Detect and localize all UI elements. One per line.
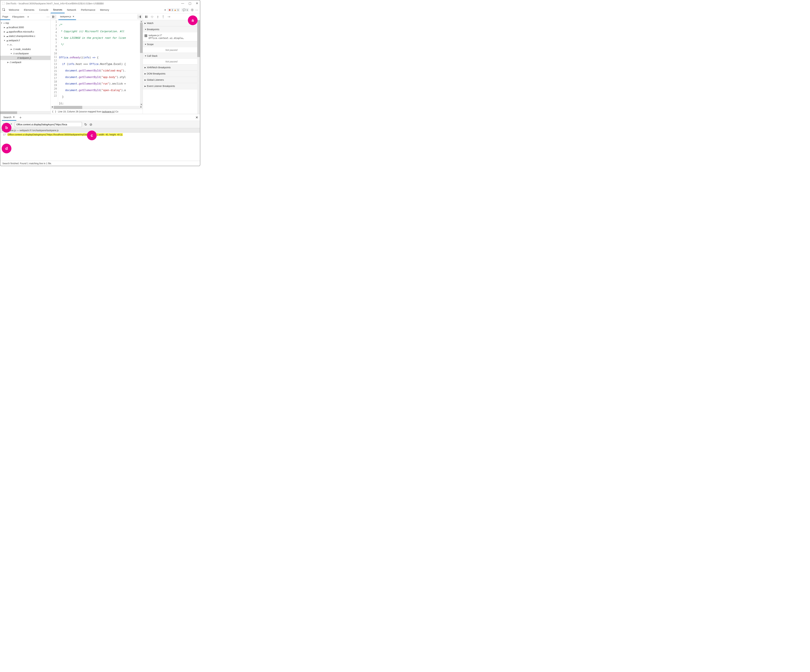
info-badge[interactable]: 💬1 [181,8,189,12]
section-call-stack[interactable]: ▼Call Stack [143,53,200,59]
tree-webpack-folder[interactable]: ▶🗀webpack [0,60,51,64]
scrollbar-thumb[interactable] [140,23,143,53]
section-dom-breakpoints[interactable]: ▶DOM Breakpoints [143,71,200,77]
source-file-name: taskpane.js [60,15,71,18]
scroll-down-icon[interactable]: ▼ [140,103,143,106]
error-count: 1 [172,8,173,11]
warning-icon: ▲ [174,8,176,11]
editor-vscroll[interactable]: ▲ ▼ [140,20,143,106]
scrollbar-thumb[interactable] [54,106,82,109]
pretty-print-icon[interactable]: { } [52,110,56,113]
svg-rect-6 [145,15,146,18]
callout-c: c [87,131,97,140]
show-debugger-icon[interactable] [137,15,142,19]
breakpoint-location: taskpane.js:17 [148,34,184,37]
info-icon: 💬 [183,8,186,11]
svg-rect-7 [147,15,147,18]
tree-webpack[interactable]: ▼☁webpack:// [0,38,51,43]
search-toolbar: Aa .* ↻ ⊘ [0,121,200,128]
tab-console[interactable]: Console [37,7,51,13]
editor-hscroll[interactable]: ◀ ▶ [51,106,143,109]
search-result-file-header[interactable]: ▼taskpane.js — webpack:///./src/taskpane… [0,128,200,133]
tree-static2[interactable]: ▶☁static2.sharepointonline.c [0,34,51,38]
tab-welcome[interactable]: Welcome [7,7,22,13]
tree-file-taskpane[interactable]: 🗎taskpane.js [0,56,51,60]
tree-src-taskpane[interactable]: ▼🗀src/taskpane [0,51,51,56]
section-breakpoints[interactable]: ▼Breakpoints [143,26,200,32]
tree-host[interactable]: ▶☁localhost:3000 [0,25,51,30]
inspect-element-icon[interactable] [2,8,7,12]
section-event-listener-bp[interactable]: ▶Event Listener Breakpoints [143,83,200,89]
scope-not-paused: Not paused [143,47,200,53]
clear-search-icon[interactable]: ⊘ [89,123,92,126]
new-drawer-tab-icon[interactable]: ＋ [19,115,22,120]
step-icon[interactable] [167,15,170,18]
scroll-left-icon[interactable]: ◀ [51,106,54,109]
window-maximize-icon[interactable]: ▢ [189,2,191,5]
scroll-right-icon[interactable]: ▶ [140,106,143,109]
source-file-tab[interactable]: taskpane.js ✕ [58,13,76,20]
tree-top[interactable]: ▼▭top [0,21,51,25]
breakpoint-entry[interactable]: ✓ taskpane.js:17 Office.context.ui.displ… [145,34,198,40]
window-close-icon[interactable]: ✕ [196,2,198,5]
line-gutter[interactable]: 12345678910111213141516171819202122 [51,20,58,106]
tree-apps[interactable]: ▶☁appsforoffice.microsoft.c [0,30,51,34]
search-input[interactable] [15,122,82,127]
tree-dot[interactable]: ▼🗀. [0,43,51,47]
navigator-panel: Page Filesystem » ⋯ ▼▭top ▶☁localhost:30… [0,13,51,114]
breakpoint-checkbox-icon[interactable]: ✓ [145,34,147,37]
step-into-icon[interactable] [157,15,159,18]
show-navigator-icon[interactable] [52,15,56,19]
callout-d: d [2,144,12,153]
file-tree: ▼▭top ▶☁localhost:3000 ▶☁appsforoffice.m… [0,20,51,111]
step-out-icon[interactable] [162,15,164,18]
svg-point-8 [152,17,152,18]
error-warning-badge[interactable]: ⊗1 ▲1 [167,8,180,12]
tab-elements[interactable]: Elements [22,7,37,13]
more-tabs-icon[interactable]: » [164,8,166,12]
result-line-text: Office.context.ui.displayDialogAsync("ht… [7,133,123,136]
titlebar: DevTools - localhost:3000/taskpane.html?… [0,0,200,7]
pause-icon[interactable] [145,15,148,18]
svg-point-11 [170,17,170,17]
refresh-search-icon[interactable]: ↻ [84,123,87,126]
debugger-panel: ▶Watch ▼Breakpoints ✓ taskpane.js:17 Off… [143,13,200,114]
callout-a: a [188,15,197,25]
callstack-not-paused: Not paused [143,59,200,64]
navigator-tab-page[interactable]: Page [0,13,10,20]
section-xhr-breakpoints[interactable]: ▶XHR/fetch Breakpoints [143,64,200,71]
tab-network[interactable]: Network [65,7,79,13]
close-file-tab-icon[interactable]: ✕ [73,15,74,18]
tree-node-modules[interactable]: ▶🗀node_modules [0,47,51,51]
section-global-listeners[interactable]: ▶Global Listeners [143,77,200,83]
error-icon: ⊗ [169,8,171,11]
navigator-tab-filesystem[interactable]: Filesystem [10,13,26,20]
code-editor[interactable]: 12345678910111213141516171819202122 /* *… [51,20,143,106]
scroll-up-icon[interactable]: ▲ [140,20,143,23]
navigator-hscroll[interactable] [0,111,51,114]
search-drawer: Search ✕ ＋ ✕ Aa .* ↻ ⊘ ▼taskpane.js — we… [0,114,200,166]
search-status: Search finished. Found 1 matching line i… [0,161,200,166]
svg-point-10 [163,17,164,18]
debugger-vscroll[interactable] [197,20,200,114]
drawer-tab-search[interactable]: Search ✕ [2,114,16,121]
code-area[interactable]: /* * Copyright (c) Microsoft Corporation… [58,20,140,106]
tab-sources[interactable]: Sources [51,7,65,13]
navigator-more-icon[interactable]: » [27,15,29,19]
close-drawer-icon[interactable]: ✕ [196,115,198,120]
cursor-position-text: Line 19, Column 26 (source mapped from t… [58,110,118,113]
main-tabstrip: Welcome Elements Console Sources Network… [0,7,200,13]
window-minimize-icon[interactable]: — [181,2,184,5]
svg-rect-5 [140,15,141,18]
tab-memory[interactable]: Memory [98,7,111,13]
settings-gear-icon[interactable] [191,8,194,12]
search-result-line[interactable]: 17 Office.context.ui.displayDialogAsync(… [2,133,198,136]
section-scope[interactable]: ▼Scope [143,41,200,47]
navigator-kebab-icon[interactable]: ⋯ [47,15,49,19]
step-over-icon[interactable] [150,15,154,18]
scrollbar-thumb[interactable] [0,111,17,114]
close-search-tab-icon[interactable]: ✕ [13,116,15,119]
scrollbar-thumb[interactable] [197,20,200,57]
kebab-menu-icon[interactable]: ⋯ [195,8,199,12]
tab-performance[interactable]: Performance [79,7,98,13]
